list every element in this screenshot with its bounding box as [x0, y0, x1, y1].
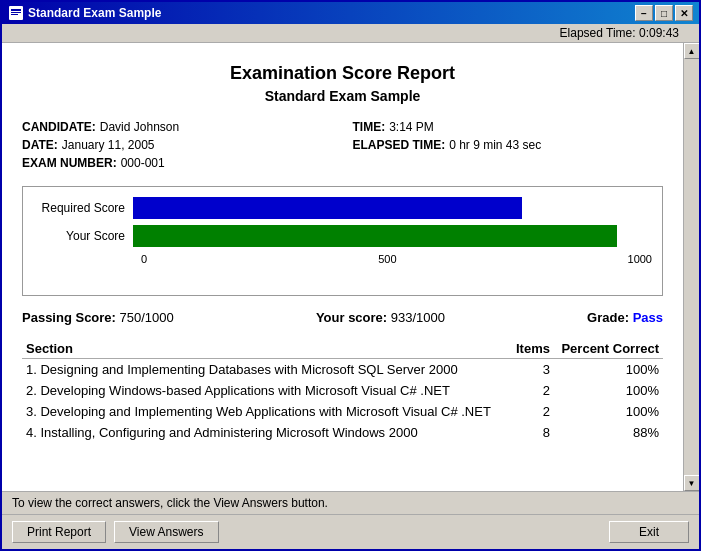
- scroll-up-button[interactable]: ▲: [684, 43, 700, 59]
- elapsed-label: Elapsed Time:: [560, 26, 636, 40]
- elapsed-time-label: ELAPSED TIME:: [353, 138, 446, 152]
- axis-500: 500: [378, 253, 396, 265]
- maximize-button[interactable]: □: [655, 5, 673, 21]
- exam-number-value: 000-001: [121, 156, 165, 170]
- axis-1000: 1000: [628, 253, 652, 265]
- section-percent: 100%: [554, 401, 663, 422]
- section-percent: 88%: [554, 422, 663, 443]
- scroll-down-button[interactable]: ▼: [684, 475, 700, 491]
- exit-button[interactable]: Exit: [609, 521, 689, 543]
- required-score-bar: [133, 197, 522, 219]
- minimize-button[interactable]: −: [635, 5, 653, 21]
- time-value: 3:14 PM: [389, 120, 434, 134]
- report-subtitle: Standard Exam Sample: [22, 88, 663, 104]
- grade-value: Pass: [633, 310, 663, 325]
- section-items: 8: [511, 422, 554, 443]
- title-bar-left: Standard Exam Sample: [8, 5, 161, 21]
- section-name: 3. Developing and Implementing Web Appli…: [22, 401, 511, 422]
- window-title: Standard Exam Sample: [28, 6, 161, 20]
- section-items: 3: [511, 359, 554, 381]
- time-row: TIME: 3:14 PM: [353, 120, 664, 134]
- table-header-row: Section Items Percent Correct: [22, 339, 663, 359]
- required-score-label: Required Score: [33, 201, 133, 215]
- elapsed-time-value: 0 hr 9 min 43 sec: [449, 138, 541, 152]
- print-report-button[interactable]: Print Report: [12, 521, 106, 543]
- window-icon: [8, 5, 24, 21]
- section-name: 1. Designing and Implementing Databases …: [22, 359, 511, 381]
- your-score-summary-value: 933/1000: [391, 310, 445, 325]
- view-answers-button[interactable]: View Answers: [114, 521, 218, 543]
- your-score-label: Your Score: [33, 229, 133, 243]
- elapsed-time-row: ELAPSED TIME: 0 hr 9 min 43 sec: [353, 138, 664, 152]
- chart-axis: 0 500 1000: [141, 253, 652, 265]
- table-row: 1. Designing and Implementing Databases …: [22, 359, 663, 381]
- exam-number-label: EXAM NUMBER:: [22, 156, 117, 170]
- section-table: Section Items Percent Correct 1. Designi…: [22, 339, 663, 443]
- score-summary: Passing Score: 750/1000 Your score: 933/…: [22, 310, 663, 325]
- passing-score-label: Passing Score:: [22, 310, 116, 325]
- bottom-buttons: Print Report View Answers Exit: [2, 514, 699, 549]
- date-label: DATE:: [22, 138, 58, 152]
- your-score-summary-text: Your score: 933/1000: [316, 310, 445, 325]
- your-score-bar-area: [133, 225, 652, 247]
- col-percent: Percent Correct: [554, 339, 663, 359]
- col-items: Items: [511, 339, 554, 359]
- exam-number-row: EXAM NUMBER: 000-001: [22, 156, 333, 170]
- table-row: 3. Developing and Implementing Web Appli…: [22, 401, 663, 422]
- col-section: Section: [22, 339, 511, 359]
- title-bar: Standard Exam Sample − □ ✕: [2, 2, 699, 24]
- grade-label: Grade:: [587, 310, 629, 325]
- date-value: January 11, 2005: [62, 138, 155, 152]
- scrollbar-track[interactable]: [684, 59, 699, 475]
- date-row: DATE: January 11, 2005: [22, 138, 333, 152]
- section-items: 2: [511, 380, 554, 401]
- section-name: 2. Developing Windows-based Applications…: [22, 380, 511, 401]
- svg-rect-2: [11, 12, 21, 13]
- your-score-row: Your Score: [33, 225, 652, 247]
- grade-text: Grade: Pass: [587, 310, 663, 325]
- table-row: 2. Developing Windows-based Applications…: [22, 380, 663, 401]
- section-items: 2: [511, 401, 554, 422]
- candidate-value: David Johnson: [100, 120, 179, 134]
- main-window: Standard Exam Sample − □ ✕ Elapsed Time:…: [0, 0, 701, 551]
- footer-message: To view the correct answers, click the V…: [12, 496, 328, 510]
- elapsed-bar: Elapsed Time: 0:09:43: [2, 24, 699, 43]
- your-score-summary-label: Your score:: [316, 310, 387, 325]
- elapsed-time: 0:09:43: [639, 26, 679, 40]
- info-grid: CANDIDATE: David Johnson TIME: 3:14 PM D…: [22, 120, 663, 170]
- candidate-row: CANDIDATE: David Johnson: [22, 120, 333, 134]
- required-score-bar-area: [133, 197, 652, 219]
- svg-rect-3: [11, 14, 18, 15]
- section-name: 4. Installing, Configuring and Administe…: [22, 422, 511, 443]
- close-button[interactable]: ✕: [675, 5, 693, 21]
- candidate-label: CANDIDATE:: [22, 120, 96, 134]
- time-label: TIME:: [353, 120, 386, 134]
- section-percent: 100%: [554, 359, 663, 381]
- table-row: 4. Installing, Configuring and Administe…: [22, 422, 663, 443]
- report-title: Examination Score Report: [22, 63, 663, 84]
- required-score-row: Required Score: [33, 197, 652, 219]
- passing-score-value: 750/1000: [120, 310, 174, 325]
- your-score-bar: [133, 225, 617, 247]
- scrollbar[interactable]: ▲ ▼: [683, 43, 699, 491]
- scrollbar-area: Examination Score Report Standard Exam S…: [2, 43, 699, 491]
- score-chart: Required Score Your Score 0 500 1000: [22, 186, 663, 296]
- svg-rect-1: [11, 9, 21, 11]
- title-bar-buttons: − □ ✕: [635, 5, 693, 21]
- axis-0: 0: [141, 253, 147, 265]
- content-area: Examination Score Report Standard Exam S…: [2, 43, 683, 491]
- passing-score-text: Passing Score: 750/1000: [22, 310, 174, 325]
- footer-bar: To view the correct answers, click the V…: [2, 491, 699, 514]
- section-percent: 100%: [554, 380, 663, 401]
